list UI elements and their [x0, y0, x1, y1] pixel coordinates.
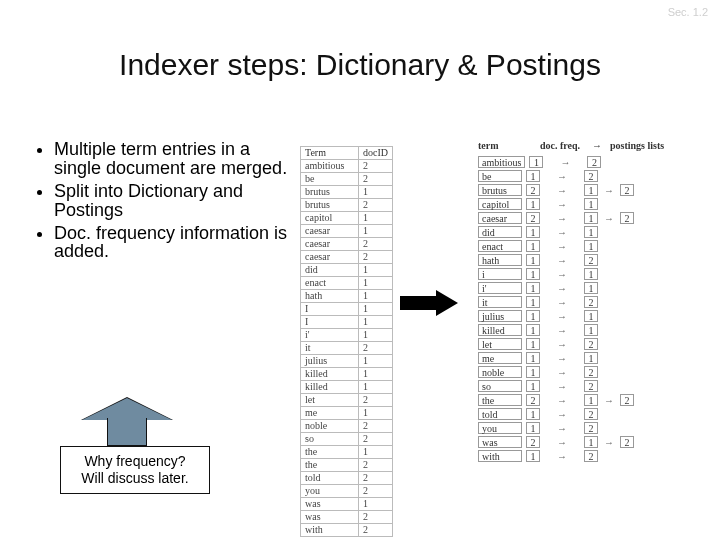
- dictionary-postings: term doc. freq. → postings lists ambitio…: [478, 140, 664, 463]
- arrow-right-small-icon: →: [544, 227, 580, 238]
- arrow-right-small-icon: →: [602, 395, 616, 406]
- posting-box: 1: [584, 436, 598, 448]
- posting-box: 2: [620, 212, 634, 224]
- dict-term: enact: [478, 240, 522, 252]
- dict-term: julius: [478, 310, 522, 322]
- arrow-right-small-icon: →: [602, 437, 616, 448]
- cell-term: it: [301, 342, 359, 355]
- dict-docfreq: 1: [526, 282, 540, 294]
- cell-docid: 2: [359, 524, 393, 537]
- cell-term: brutus: [301, 199, 359, 212]
- cell-docid: 1: [359, 329, 393, 342]
- arrow-right-small-icon: →: [544, 199, 580, 210]
- table-row: i'1: [301, 329, 393, 342]
- dict-term: capitol: [478, 198, 522, 210]
- posting-box: 1: [584, 394, 598, 406]
- cell-docid: 1: [359, 225, 393, 238]
- table-row: ambitious2: [301, 160, 393, 173]
- dict-term: did: [478, 226, 522, 238]
- dict-term: me: [478, 352, 522, 364]
- dict-row: me1→1: [478, 351, 664, 365]
- table-row: hath1: [301, 290, 393, 303]
- dict-docfreq: 1: [526, 310, 540, 322]
- dict-term: i: [478, 268, 522, 280]
- cell-docid: 2: [359, 251, 393, 264]
- dict-row: julius1→1: [478, 309, 664, 323]
- cell-docid: 1: [359, 264, 393, 277]
- cell-term: i': [301, 329, 359, 342]
- cell-docid: 2: [359, 160, 393, 173]
- dict-docfreq: 1: [526, 170, 540, 182]
- posting-box: 2: [584, 296, 598, 308]
- cell-docid: 2: [359, 511, 393, 524]
- dict-row: the2→1→2: [478, 393, 664, 407]
- dict-header-postings: postings lists: [610, 140, 664, 151]
- arrow-right-icon: [400, 290, 458, 316]
- dict-row: told1→2: [478, 407, 664, 421]
- section-tag: Sec. 1.2: [668, 6, 708, 18]
- table-row: told2: [301, 472, 393, 485]
- cell-docid: 2: [359, 459, 393, 472]
- dict-term: it: [478, 296, 522, 308]
- dict-docfreq: 1: [526, 422, 540, 434]
- dict-row: hath1→2: [478, 253, 664, 267]
- dict-term: caesar: [478, 212, 522, 224]
- table-row: the1: [301, 446, 393, 459]
- cell-term: the: [301, 459, 359, 472]
- cell-term: caesar: [301, 238, 359, 251]
- dict-row: ambitious1→2: [478, 155, 664, 169]
- dict-row: it1→2: [478, 295, 664, 309]
- table-header-term: Term: [301, 147, 359, 160]
- table-row: was2: [301, 511, 393, 524]
- arrow-right-small-icon: →: [544, 451, 580, 462]
- table-row: with2: [301, 524, 393, 537]
- cell-term: be: [301, 173, 359, 186]
- dict-row: i1→1: [478, 267, 664, 281]
- cell-term: enact: [301, 277, 359, 290]
- table-row: noble2: [301, 420, 393, 433]
- table-row: let2: [301, 394, 393, 407]
- cell-term: brutus: [301, 186, 359, 199]
- dict-docfreq: 1: [526, 338, 540, 350]
- dict-header-term: term: [478, 140, 534, 151]
- dict-docfreq: 1: [526, 450, 540, 462]
- arrow-right-small-icon: →: [544, 311, 580, 322]
- arrow-right-small-icon: →: [544, 353, 580, 364]
- posting-box: 1: [584, 310, 598, 322]
- table-row: the2: [301, 459, 393, 472]
- posting-box: 2: [584, 254, 598, 266]
- cell-docid: 2: [359, 485, 393, 498]
- posting-box: 1: [584, 240, 598, 252]
- dict-term: was: [478, 436, 522, 448]
- arrow-right-small-icon: →: [547, 157, 583, 168]
- cell-docid: 1: [359, 407, 393, 420]
- cell-docid: 1: [359, 186, 393, 199]
- dict-docfreq: 1: [526, 226, 540, 238]
- table-row: you2: [301, 485, 393, 498]
- table-row: caesar1: [301, 225, 393, 238]
- dict-term: the: [478, 394, 522, 406]
- cell-docid: 2: [359, 420, 393, 433]
- dict-row: let1→2: [478, 337, 664, 351]
- arrow-right-small-icon: →: [544, 381, 580, 392]
- arrow-right-small-icon: →: [602, 185, 616, 196]
- slide-title: Indexer steps: Dictionary & Postings: [0, 48, 720, 82]
- dict-row: did1→1: [478, 225, 664, 239]
- dict-row: enact1→1: [478, 239, 664, 253]
- table-row: brutus2: [301, 199, 393, 212]
- dict-header-df: doc. freq.: [540, 140, 586, 151]
- bullet-item: Split into Dictionary and Postings: [54, 182, 294, 220]
- cell-term: so: [301, 433, 359, 446]
- cell-term: killed: [301, 381, 359, 394]
- dict-row: so1→2: [478, 379, 664, 393]
- posting-box: 2: [584, 380, 598, 392]
- table-row: caesar2: [301, 251, 393, 264]
- cell-docid: 2: [359, 199, 393, 212]
- posting-box: 1: [584, 212, 598, 224]
- arrow-right-small-icon: →: [544, 395, 580, 406]
- callout-line2: Will discuss later.: [81, 470, 188, 486]
- arrow-right-small-icon: →: [544, 367, 580, 378]
- posting-box: 1: [584, 268, 598, 280]
- dict-docfreq: 1: [526, 352, 540, 364]
- arrow-right-small-icon: →: [602, 213, 616, 224]
